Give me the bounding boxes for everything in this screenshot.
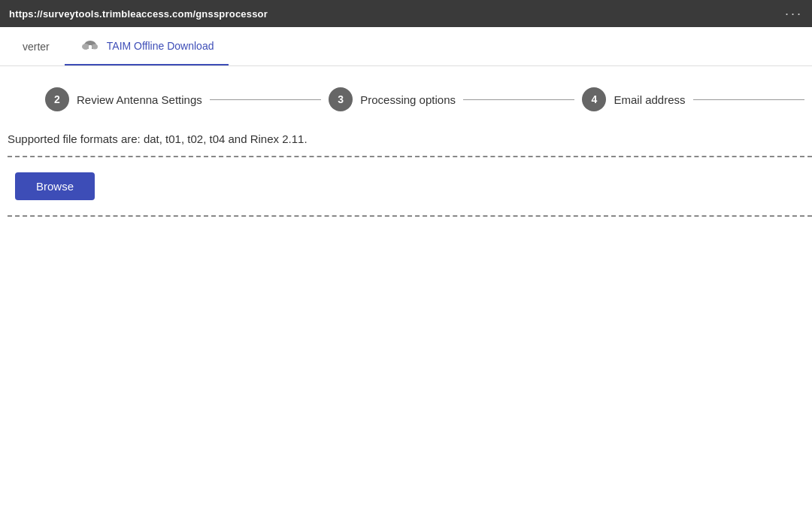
step-2-circle: 2 <box>45 87 69 111</box>
browser-menu-dots[interactable]: ··· <box>785 6 803 22</box>
browser-chrome: https://surveytools.trimbleaccess.com/gn… <box>0 0 812 27</box>
download-cloud-icon <box>80 35 101 56</box>
browse-button[interactable]: Browse <box>15 172 95 200</box>
step-3-circle: 3 <box>329 87 353 111</box>
step-2-label: Review Antenna Settings <box>77 93 202 106</box>
supported-formats-text: Supported file formats are: dat, t01, t0… <box>8 132 812 145</box>
step-2: 2 Review Antenna Settings <box>45 87 202 111</box>
step-connector-2 <box>463 99 574 100</box>
page-content: verter TAIM Offline Download 2 Review An… <box>0 27 812 508</box>
url-bar[interactable]: https://surveytools.trimbleaccess.com/gn… <box>9 8 268 20</box>
stepper: 2 Review Antenna Settings 3 Processing o… <box>0 66 812 132</box>
svg-marker-4 <box>87 49 93 53</box>
tab-converter-label: verter <box>23 41 50 53</box>
step-4: 4 Email address <box>582 87 685 111</box>
step-connector-1 <box>210 99 321 100</box>
url-text: https://surveytools.trimbleaccess.com/gn… <box>9 8 268 20</box>
step-3-label: Processing options <box>360 93 456 106</box>
step-3: 3 Processing options <box>329 87 456 111</box>
step-4-label: Email address <box>614 93 685 106</box>
svg-point-1 <box>82 44 89 50</box>
drop-zone-bottom-border <box>8 215 812 217</box>
step-4-circle: 4 <box>582 87 606 111</box>
upload-section: Supported file formats are: dat, t01, t0… <box>0 132 812 217</box>
step-connector-3 <box>693 99 804 100</box>
tab-bar: verter TAIM Offline Download <box>0 27 812 66</box>
svg-point-2 <box>92 44 98 49</box>
tab-taim-label: TAIM Offline Download <box>107 40 214 52</box>
drop-zone[interactable]: Browse <box>8 157 812 215</box>
tab-taim-offline[interactable]: TAIM Offline Download <box>65 27 229 65</box>
tab-converter[interactable]: verter <box>8 27 65 65</box>
